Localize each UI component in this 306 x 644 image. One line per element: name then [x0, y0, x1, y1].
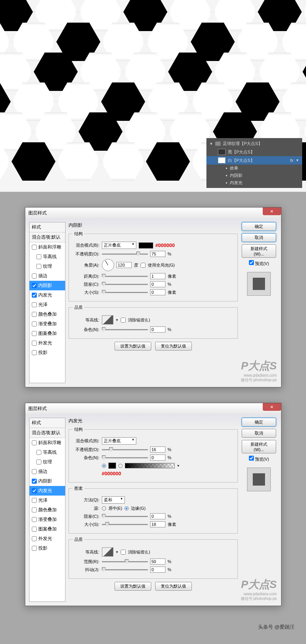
blend-mode-dropdown[interactable]: 正片叠底: [102, 437, 136, 445]
preview-toggle[interactable]: 预览(V): [249, 260, 269, 267]
style-color-overlay[interactable]: 颜色叠加: [29, 505, 65, 515]
style-inner-glow[interactable]: 内发光: [29, 486, 65, 496]
global-light-checkbox[interactable]: [141, 263, 146, 268]
effects-row[interactable]: 效果: [206, 165, 302, 172]
opacity-slider[interactable]: [102, 449, 148, 450]
style-gradient-overlay[interactable]: 渐变叠加: [29, 515, 65, 524]
blend-mode-dropdown[interactable]: 正片叠底: [102, 242, 136, 249]
contour-picker[interactable]: [102, 315, 113, 324]
close-button[interactable]: ✕: [263, 403, 281, 411]
preview-toggle[interactable]: 预览(V): [249, 456, 269, 462]
size-input[interactable]: 18: [150, 521, 165, 527]
choke-input[interactable]: 0: [150, 281, 165, 287]
source-edge-radio[interactable]: [124, 506, 129, 511]
style-inner-shadow[interactable]: 内阴影: [29, 281, 65, 290]
close-button[interactable]: ✕: [263, 208, 281, 215]
layer-black[interactable]: 黑【P大点S】: [206, 148, 302, 156]
color-swatch[interactable]: [139, 242, 153, 249]
style-color-overlay[interactable]: 颜色叠加: [29, 310, 65, 319]
titlebar[interactable]: 图层样式 ✕: [25, 403, 281, 414]
style-stroke[interactable]: 描边: [29, 271, 65, 281]
new-style-button[interactable]: 新建样式(W)...: [242, 440, 276, 453]
range-slider[interactable]: [102, 561, 148, 562]
collapse-icon[interactable]: ▼: [296, 158, 299, 162]
outer-glow-checkbox[interactable]: [32, 341, 37, 346]
style-drop-shadow[interactable]: 投影: [29, 544, 65, 553]
gradient-overlay-checkbox[interactable]: [32, 321, 37, 326]
jitter-slider[interactable]: [102, 569, 148, 570]
choke-slider[interactable]: [102, 516, 148, 517]
style-pattern-overlay[interactable]: 图案叠加: [29, 329, 65, 338]
style-satin[interactable]: 光泽: [29, 300, 65, 310]
blend-options[interactable]: 混合选项:默认: [29, 428, 65, 438]
choke-slider[interactable]: [102, 284, 148, 285]
distance-slider[interactable]: [102, 276, 148, 277]
ok-button[interactable]: 确定: [242, 418, 276, 427]
contour-picker[interactable]: [102, 547, 113, 557]
style-outer-glow[interactable]: 外发光: [29, 338, 65, 348]
blend-options[interactable]: 混合选项:默认: [29, 232, 65, 242]
noise-input[interactable]: 0: [150, 455, 165, 461]
layer-group[interactable]: ▼ 足球纹理【P大点S】: [206, 140, 302, 148]
chevron-down-icon[interactable]: ▼: [116, 318, 119, 322]
angle-dial[interactable]: [102, 259, 114, 271]
style-texture[interactable]: 纹理: [29, 457, 65, 467]
style-outer-glow[interactable]: 外发光: [29, 534, 65, 544]
texture-checkbox[interactable]: [36, 264, 41, 269]
size-slider[interactable]: [102, 292, 148, 293]
opacity-input[interactable]: 16: [150, 446, 165, 453]
opacity-input[interactable]: 75: [150, 251, 165, 257]
source-center-radio[interactable]: [102, 506, 106, 511]
cancel-button[interactable]: 取消: [242, 233, 276, 242]
reset-default-button[interactable]: 复位为默认值: [155, 342, 192, 351]
effect-inner-shadow[interactable]: 内阴影: [206, 172, 302, 179]
glow-color-swatch[interactable]: [108, 463, 116, 469]
color-radio[interactable]: [102, 464, 106, 468]
angle-input[interactable]: 120: [116, 262, 132, 268]
distance-input[interactable]: 1: [150, 273, 165, 279]
noise-slider[interactable]: [102, 457, 148, 458]
opacity-slider[interactable]: [102, 254, 148, 255]
drop-shadow-checkbox[interactable]: [32, 350, 37, 355]
style-contour[interactable]: 等高线: [29, 252, 65, 262]
inner-shadow-checkbox[interactable]: [32, 283, 37, 288]
style-bevel[interactable]: 斜面和浮雕: [29, 438, 65, 448]
satin-checkbox[interactable]: [32, 302, 37, 307]
style-gradient-overlay[interactable]: 渐变叠加: [29, 319, 65, 329]
contour-checkbox[interactable]: [36, 254, 41, 259]
noise-input[interactable]: 0: [150, 326, 165, 333]
gradient-radio[interactable]: [118, 464, 123, 468]
gradient-picker[interactable]: [125, 463, 175, 468]
set-default-button[interactable]: 设置为默认值: [115, 342, 151, 351]
choke-input[interactable]: 0: [150, 513, 165, 519]
effect-inner-glow[interactable]: 内发光: [206, 179, 302, 186]
jitter-input[interactable]: 0: [150, 567, 165, 573]
antialias-checkbox[interactable]: [121, 550, 126, 555]
layer-white[interactable]: 白【P大点S】 fx ▼: [206, 156, 302, 165]
cancel-button[interactable]: 取消: [242, 429, 276, 438]
size-slider[interactable]: [102, 524, 148, 525]
ok-button[interactable]: 确定: [242, 222, 276, 231]
style-stroke[interactable]: 描边: [29, 467, 65, 476]
style-drop-shadow[interactable]: 投影: [29, 348, 65, 357]
antialias-checkbox[interactable]: [121, 318, 126, 323]
fx-badge[interactable]: fx: [290, 158, 294, 163]
pattern-overlay-checkbox[interactable]: [32, 331, 37, 336]
style-bevel[interactable]: 斜面和浮雕: [29, 242, 65, 252]
style-inner-glow[interactable]: 内发光: [29, 290, 65, 300]
reset-default-button[interactable]: 复位为默认值: [155, 582, 192, 591]
stroke-checkbox[interactable]: [32, 273, 37, 278]
size-input[interactable]: 0: [150, 289, 165, 295]
inner-glow-checkbox[interactable]: [32, 293, 37, 298]
bevel-checkbox[interactable]: [32, 245, 37, 250]
range-input[interactable]: 50: [150, 558, 165, 565]
style-pattern-overlay[interactable]: 图案叠加: [29, 524, 65, 534]
new-style-button[interactable]: 新建样式(W)...: [242, 244, 276, 258]
collapse-icon[interactable]: ▼: [209, 142, 213, 146]
technique-dropdown[interactable]: 柔和: [102, 496, 125, 504]
chevron-down-icon[interactable]: ▼: [177, 464, 180, 468]
titlebar[interactable]: 图层样式 ✕: [25, 208, 281, 218]
chevron-down-icon[interactable]: ▼: [116, 550, 119, 554]
style-inner-shadow[interactable]: 内阴影: [29, 476, 65, 486]
style-satin[interactable]: 光泽: [29, 496, 65, 505]
